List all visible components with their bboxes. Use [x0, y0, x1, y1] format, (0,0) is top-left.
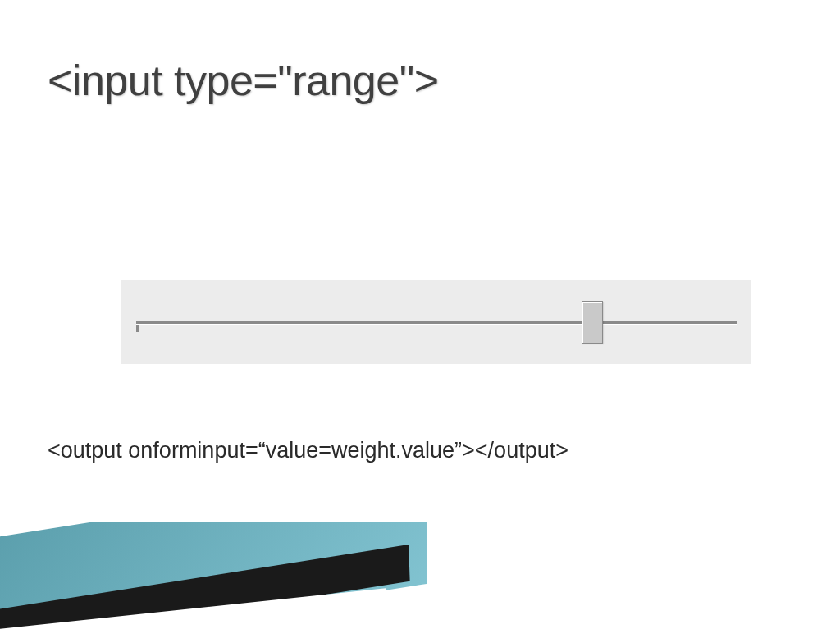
slide-title: <input type="range"> [48, 56, 439, 105]
output-code-text: <output onforminput=“value=weight.value”… [48, 438, 568, 463]
slide-decoration [0, 522, 451, 629]
slider-thumb[interactable] [582, 301, 603, 344]
slider-track [136, 321, 737, 324]
range-slider[interactable] [136, 306, 737, 339]
slider-container [121, 280, 751, 364]
